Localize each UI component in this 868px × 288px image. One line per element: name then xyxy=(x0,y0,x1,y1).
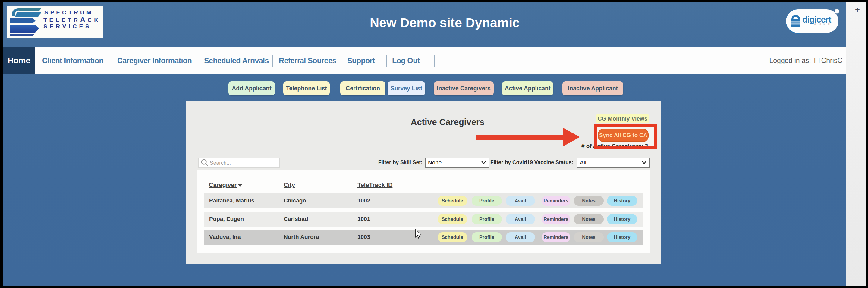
svg-text:SECURED: SECURED xyxy=(812,22,831,26)
svg-text:SPECTRUM: SPECTRUM xyxy=(44,9,93,16)
svg-text:TELETRACK: TELETRACK xyxy=(43,16,101,24)
svg-text:SERVICES: SERVICES xyxy=(43,23,92,30)
